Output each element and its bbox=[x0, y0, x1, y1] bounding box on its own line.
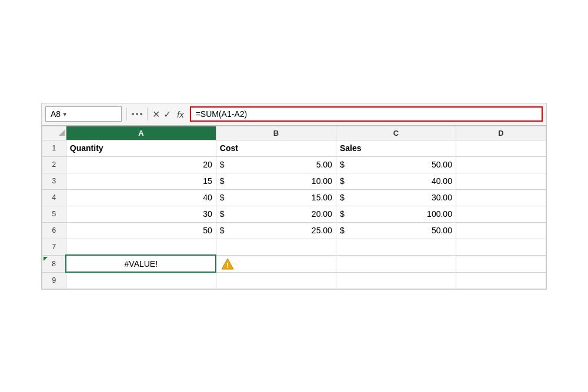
col-header-b[interactable]: B bbox=[216, 126, 336, 140]
cell-b9[interactable] bbox=[216, 272, 336, 289]
cell-d9[interactable] bbox=[456, 272, 546, 289]
cell-d7[interactable] bbox=[456, 239, 546, 255]
spreadsheet: A8 ▼ ✕ ✓ fx =SUM(A1-A2) bbox=[41, 103, 547, 290]
svg-text:!: ! bbox=[226, 262, 229, 270]
corner-cell bbox=[42, 126, 66, 140]
confirm-button[interactable]: ✓ bbox=[163, 109, 171, 120]
value-b5: 20.00 bbox=[312, 209, 332, 219]
cell-d6[interactable] bbox=[456, 222, 546, 239]
cell-d4[interactable] bbox=[456, 189, 546, 206]
cell-c9[interactable] bbox=[336, 272, 456, 289]
cell-c8[interactable] bbox=[336, 255, 456, 272]
cell-d2[interactable] bbox=[456, 156, 546, 173]
row-num-3: 3 bbox=[42, 173, 66, 189]
row-num-2: 2 bbox=[42, 156, 66, 173]
dollar-sign-c6: $ bbox=[340, 226, 345, 235]
value-c2: 50.00 bbox=[432, 160, 452, 169]
cell-d8[interactable] bbox=[456, 255, 546, 272]
corner-triangle bbox=[42, 129, 66, 137]
dot3 bbox=[140, 113, 142, 115]
col-header-c[interactable]: C bbox=[336, 126, 456, 140]
name-box[interactable]: A8 ▼ bbox=[45, 106, 122, 122]
cell-c3[interactable]: $40.00 bbox=[336, 173, 456, 189]
cell-b8[interactable]: ! bbox=[216, 255, 336, 272]
dollar-sign-b2: $ bbox=[220, 160, 225, 169]
grid-area: A B C D 1QuantityCostSales220$5.00$50.00… bbox=[42, 126, 546, 289]
cell-b5[interactable]: $20.00 bbox=[216, 206, 336, 222]
cell-a7[interactable] bbox=[66, 239, 216, 255]
row-num-5: 5 bbox=[42, 206, 66, 222]
value-c6: 50.00 bbox=[432, 226, 452, 235]
row-num-4: 4 bbox=[42, 189, 66, 206]
cell-a5[interactable]: 30 bbox=[66, 206, 216, 222]
cell-d1[interactable] bbox=[456, 140, 546, 156]
value-b4: 15.00 bbox=[312, 193, 332, 202]
row-num-9: 9 bbox=[42, 272, 66, 289]
cell-c2[interactable]: $50.00 bbox=[336, 156, 456, 173]
cell-c1[interactable]: Sales bbox=[336, 140, 456, 156]
cell-b4[interactable]: $15.00 bbox=[216, 189, 336, 206]
name-box-value: A8 bbox=[51, 109, 61, 119]
row-num-1: 1 bbox=[42, 140, 66, 156]
cell-b6[interactable]: $25.00 bbox=[216, 222, 336, 239]
value-c4: 30.00 bbox=[432, 193, 452, 202]
value-b6: 25.00 bbox=[312, 226, 332, 235]
dollar-sign-b5: $ bbox=[220, 209, 225, 219]
cell-d5[interactable] bbox=[456, 206, 546, 222]
cell-c5[interactable]: $100.00 bbox=[336, 206, 456, 222]
name-box-dropdown[interactable]: ▼ bbox=[61, 111, 68, 118]
cell-a8[interactable]: #VALUE! bbox=[66, 255, 216, 272]
warning-icon[interactable]: ! bbox=[220, 257, 332, 271]
cell-a3[interactable]: 15 bbox=[66, 173, 216, 189]
value-b2: 5.00 bbox=[316, 160, 332, 169]
cell-a6[interactable]: 50 bbox=[66, 222, 216, 239]
cell-a2[interactable]: 20 bbox=[66, 156, 216, 173]
cell-b7[interactable] bbox=[216, 239, 336, 255]
row-num-6: 6 bbox=[42, 222, 66, 239]
value-c3: 40.00 bbox=[432, 176, 452, 186]
dot2 bbox=[136, 113, 138, 115]
value-c5: 100.00 bbox=[427, 209, 452, 219]
formula-bar-divider bbox=[126, 108, 127, 120]
cell-b2[interactable]: $5.00 bbox=[216, 156, 336, 173]
cancel-button[interactable]: ✕ bbox=[152, 109, 160, 120]
formula-value: =SUM(A1-A2) bbox=[196, 109, 248, 119]
dollar-sign-c5: $ bbox=[340, 209, 345, 219]
formula-input[interactable]: =SUM(A1-A2) bbox=[190, 106, 543, 122]
cell-d3[interactable] bbox=[456, 173, 546, 189]
value-b3: 10.00 bbox=[312, 176, 332, 186]
cell-a1[interactable]: Quantity bbox=[66, 140, 216, 156]
dollar-sign-b3: $ bbox=[220, 176, 225, 186]
cell-c7[interactable] bbox=[336, 239, 456, 255]
spreadsheet-table: A B C D 1QuantityCostSales220$5.00$50.00… bbox=[42, 126, 546, 289]
dollar-sign-b6: $ bbox=[220, 226, 225, 235]
row-num-8: 8 bbox=[42, 255, 66, 272]
fx-label: fx bbox=[177, 109, 184, 119]
formula-bar-divider2 bbox=[147, 108, 148, 120]
cell-a4[interactable]: 40 bbox=[66, 189, 216, 206]
dot1 bbox=[132, 113, 134, 115]
cell-b1[interactable]: Cost bbox=[216, 140, 336, 156]
col-header-a[interactable]: A bbox=[66, 126, 216, 140]
col-header-d[interactable]: D bbox=[456, 126, 546, 140]
cell-c4[interactable]: $30.00 bbox=[336, 189, 456, 206]
cell-b3[interactable]: $10.00 bbox=[216, 173, 336, 189]
dollar-sign-b4: $ bbox=[220, 193, 225, 202]
row-num-7: 7 bbox=[42, 239, 66, 255]
formula-bar: A8 ▼ ✕ ✓ fx =SUM(A1-A2) bbox=[42, 103, 546, 126]
formula-bar-dots bbox=[132, 113, 142, 115]
corner-shape bbox=[59, 130, 65, 136]
dollar-sign-c4: $ bbox=[340, 193, 345, 202]
cell-c6[interactable]: $50.00 bbox=[336, 222, 456, 239]
cell-a9[interactable] bbox=[66, 272, 216, 289]
dollar-sign-c2: $ bbox=[340, 160, 345, 169]
dollar-sign-c3: $ bbox=[340, 176, 345, 186]
